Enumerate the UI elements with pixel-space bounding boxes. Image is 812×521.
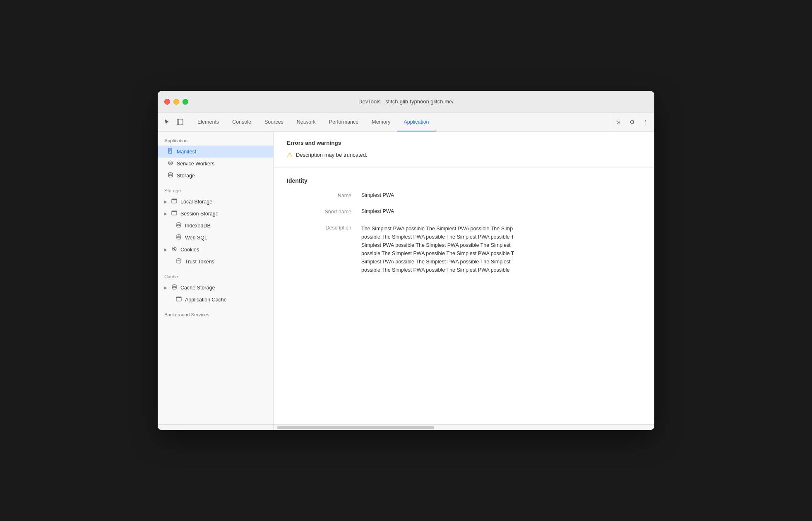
sidebar-section-cache: Cache: [158, 268, 273, 282]
sidebar-item-indexeddb-label: IndexedDB: [185, 223, 211, 229]
warning-text: Description may be truncated.: [296, 152, 368, 158]
more-options-button[interactable]: ⋮: [639, 116, 651, 128]
tab-memory[interactable]: Memory: [365, 113, 397, 131]
sidebar-item-service-workers[interactable]: Service Workers: [158, 158, 273, 170]
identity-title: Identity: [287, 177, 641, 184]
cache-storage-icon: [171, 284, 177, 291]
svg-rect-24: [176, 297, 181, 298]
cookies-arrow: ▶: [164, 248, 167, 252]
local-storage-arrow: ▶: [164, 200, 167, 204]
trust-tokens-icon: [176, 258, 182, 265]
close-button[interactable]: [164, 99, 170, 105]
dock-icon-button[interactable]: [174, 116, 186, 128]
sidebar-item-manifest-label: Manifest: [177, 149, 196, 155]
sidebar-item-local-storage-label: Local Storage: [180, 199, 212, 205]
sidebar-item-local-storage[interactable]: ▶ Local Storage: [158, 196, 273, 208]
sidebar-item-trust-tokens[interactable]: Trust Tokens: [158, 256, 273, 268]
svg-point-18: [173, 248, 174, 249]
svg-point-8: [168, 173, 173, 174]
sidebar-section-storage: Storage: [158, 182, 273, 196]
more-tabs-button[interactable]: »: [613, 116, 625, 128]
tab-console[interactable]: Console: [226, 113, 258, 131]
bottom-sidebar-spacer: [158, 425, 274, 430]
sidebar-item-application-cache[interactable]: Application Cache: [158, 294, 273, 306]
svg-point-19: [175, 249, 175, 250]
tabs-list: Elements Console Sources Network Perform…: [191, 112, 609, 131]
svg-point-7: [170, 162, 171, 164]
cookies-icon: [171, 246, 177, 253]
tab-icon-group: [161, 112, 189, 131]
sidebar-item-service-workers-label: Service Workers: [177, 161, 214, 167]
sidebar-item-cookies[interactable]: ▶ Cookies: [158, 244, 273, 256]
sidebar-item-application-cache-label: Application Cache: [185, 297, 227, 303]
sidebar-item-cache-storage[interactable]: ▶ Cache Storage: [158, 282, 273, 294]
cursor-icon-button[interactable]: [161, 116, 173, 128]
identity-label-name: Name: [287, 192, 361, 198]
cache-storage-arrow: ▶: [164, 286, 167, 290]
tabs-bar: Elements Console Sources Network Perform…: [158, 112, 654, 131]
sidebar-item-manifest[interactable]: Manifest: [158, 146, 273, 158]
svg-point-15: [177, 223, 181, 225]
service-workers-icon: [168, 160, 173, 167]
local-storage-icon: [171, 198, 177, 205]
session-storage-icon: [171, 210, 177, 217]
tab-elements[interactable]: Elements: [191, 113, 226, 131]
indexeddb-icon: [176, 222, 182, 229]
storage-top-icon: [168, 172, 173, 179]
sidebar-item-cache-storage-label: Cache Storage: [180, 285, 215, 291]
warning-icon: ⚠: [287, 151, 293, 159]
tab-performance[interactable]: Performance: [322, 113, 365, 131]
svg-point-20: [174, 248, 175, 249]
identity-label-description: Description: [287, 225, 361, 231]
sidebar-section-background: Background Services: [158, 306, 273, 320]
svg-rect-10: [172, 199, 177, 200]
sidebar-section-application: Application: [158, 131, 273, 146]
identity-row-short-name: Short name Simplest PWA: [287, 208, 641, 215]
application-cache-icon: [176, 296, 182, 303]
identity-value-name: Simplest PWA: [361, 192, 641, 198]
minimize-button[interactable]: [173, 99, 179, 105]
title-bar: DevTools - stitch-glib-typhoon.glitch.me…: [158, 91, 654, 112]
sidebar-item-indexeddb[interactable]: IndexedDB: [158, 220, 273, 232]
svg-point-21: [177, 259, 181, 260]
sidebar-item-web-sql-label: Web SQL: [185, 235, 207, 241]
traffic-lights: [164, 99, 188, 105]
sidebar-item-trust-tokens-label: Trust Tokens: [185, 259, 214, 265]
svg-point-6: [168, 161, 173, 165]
sidebar-item-session-storage-label: Session Storage: [180, 211, 219, 217]
svg-rect-0: [177, 119, 183, 125]
horizontal-scrollbar-thumb[interactable]: [277, 426, 434, 429]
bottom-content-scrollbar[interactable]: [274, 425, 654, 430]
svg-rect-14: [172, 211, 177, 212]
maximize-button[interactable]: [183, 99, 188, 105]
sidebar-item-storage-top-label: Storage: [177, 173, 195, 179]
web-sql-icon: [176, 234, 182, 241]
sidebar: Application Manifest: [158, 131, 274, 424]
identity-row-description: Description The Simplest PWA possible Th…: [287, 225, 641, 274]
settings-button[interactable]: ⚙: [626, 116, 638, 128]
window-title: DevTools - stitch-glib-typhoon.glitch.me…: [358, 98, 454, 105]
tabs-right-controls: » ⚙ ⋮: [611, 112, 651, 131]
errors-section-title: Errors and warnings: [287, 140, 641, 146]
identity-section: Identity Name Simplest PWA Short name Si…: [274, 167, 654, 294]
bottom-bar: [158, 424, 654, 430]
sidebar-item-session-storage[interactable]: ▶ Session Storage: [158, 208, 273, 220]
content-panel: Errors and warnings ⚠ Description may be…: [274, 131, 654, 424]
identity-row-name: Name Simplest PWA: [287, 192, 641, 198]
main-content: Application Manifest: [158, 131, 654, 424]
devtools-window: DevTools - stitch-glib-typhoon.glitch.me…: [158, 91, 654, 430]
errors-section: Errors and warnings ⚠ Description may be…: [274, 131, 654, 167]
svg-rect-2: [168, 148, 172, 153]
svg-point-16: [177, 235, 181, 237]
identity-value-description: The Simplest PWA possible The Simplest P…: [361, 225, 641, 274]
session-storage-arrow: ▶: [164, 212, 167, 216]
sidebar-item-cookies-label: Cookies: [180, 247, 199, 253]
identity-value-short-name: Simplest PWA: [361, 208, 641, 214]
manifest-icon: [168, 148, 173, 155]
tab-network[interactable]: Network: [290, 113, 322, 131]
tab-application[interactable]: Application: [397, 113, 435, 131]
tab-sources[interactable]: Sources: [258, 113, 290, 131]
sidebar-item-web-sql[interactable]: Web SQL: [158, 232, 273, 244]
sidebar-item-storage-top[interactable]: Storage: [158, 170, 273, 182]
svg-point-22: [172, 285, 176, 287]
